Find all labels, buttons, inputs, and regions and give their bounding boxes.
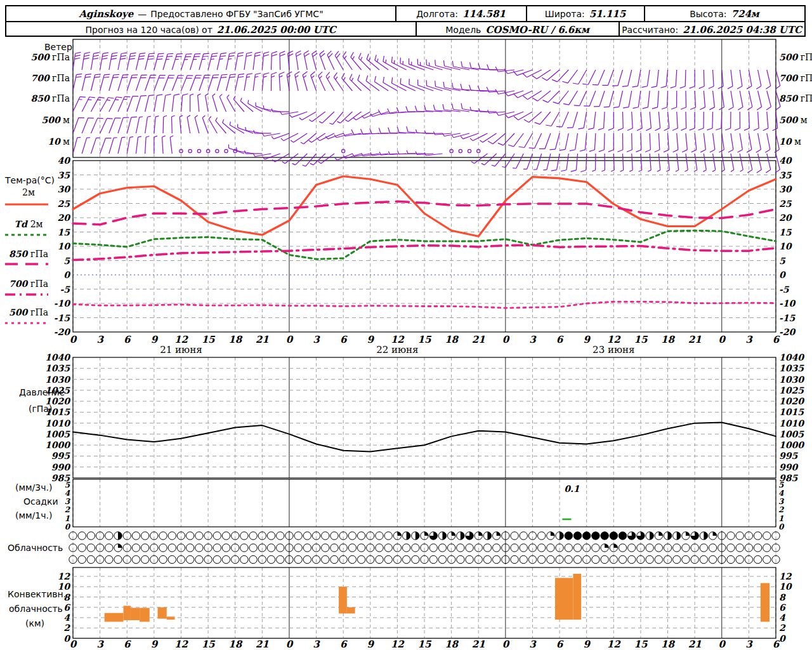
wind-barb-staff [685,70,686,86]
cloud-circle [105,555,113,563]
wind-barb-feather [304,53,310,56]
wind-barb-feather [497,112,499,116]
wind-barb-feather [124,96,130,97]
wind-barb-feather [433,105,435,110]
wind-barb-staff [118,138,122,154]
wind-barb-feather [121,53,127,53]
wind-barb-feather [629,170,632,171]
wind-barb-staff [471,90,487,91]
temp-ytick-right: 0 [779,270,786,280]
cloud-circle-fill [704,532,707,540]
hour-tick-mid: 0 [286,334,294,345]
cloud-circle [682,555,690,563]
wind-barb-feather [443,60,444,66]
wind-barb-staff [514,133,524,147]
cloud-circle [709,555,716,563]
wind-barb-staff [145,96,149,112]
wind-barb-staff [170,137,172,154]
wind-barb-staff [136,96,140,112]
cloud-circle [222,532,230,540]
wind-barb-staff [722,154,725,170]
date-label: 23 июня [593,344,634,355]
temp-ytick-right: 40 [779,156,792,166]
wind-barb-staff [540,112,551,124]
wind-barb-feather [204,53,209,54]
wind-barb-feather [93,58,98,60]
wind-barb-feather [75,55,81,56]
cloud-circle [331,532,338,540]
wind-barb-feather [766,107,771,110]
conv-ytick-right: 0 [779,633,786,644]
precip-ytick-left: 3 [65,497,71,506]
wind-barb-staff [650,154,651,170]
wind-barb-staff [418,85,433,91]
temp-ytick-right: -10 [779,298,796,308]
wind-barb-feather [506,115,508,117]
wind-barb-feather [334,72,337,77]
wind-barb-feather [461,84,462,90]
temp-ytick-right: -15 [779,313,796,323]
wind-barb-staff [527,154,533,169]
wind-barb-feather [75,52,81,53]
wind-barb-feather [187,116,190,117]
temp-ytick-left: 15 [58,227,71,237]
wind-barb-feather [532,76,537,79]
wind-row-label-right: 700 гПа [779,73,812,83]
wind-barb-feather [642,86,648,88]
wind-barb-feather [140,117,143,117]
wind-barb-feather [212,53,218,54]
wind-barb-feather [304,51,309,54]
wind-barb-feather [470,107,471,110]
wind-barb-feather [461,136,463,139]
wind-barb-feather [255,76,258,77]
wind-barb-staff [109,118,115,133]
hour-tick-bottom: 9 [367,639,375,650]
wind-barb-feather [358,53,361,58]
wind-barb-feather [246,127,246,130]
wind-barb-feather [728,150,733,152]
wind-barb-feather [776,107,780,110]
wind-barb-staff [585,133,586,150]
cloud-circle [168,544,176,552]
wind-barb-staff [548,91,560,102]
temp-ytick-left: -20 [54,327,71,337]
wind-barb-staff [641,133,641,150]
temp-ytick-right: 30 [779,184,792,194]
wind-barb-feather [502,166,505,167]
cloud-circle [709,544,716,552]
wind-barb-feather [114,74,119,75]
wind-barb-feather [295,72,300,75]
wind-barb-staff [206,95,209,112]
wind-barb-feather [556,126,562,127]
wind-barb-feather [309,140,311,142]
wind-barb-staff [686,91,686,107]
wind-barb-feather [351,78,353,81]
wind-barb-staff [127,117,131,133]
wind-barb-staff [516,154,524,168]
wind-barb-feather [309,120,312,122]
wind-barb-feather [744,128,749,130]
cloud-circle [492,555,500,563]
wind-barb-staff [594,112,596,128]
wind-barb-staff [632,112,633,128]
wind-barb-feather [728,107,733,110]
wind-barb-staff [610,91,614,107]
calm-wind-icon [459,149,462,152]
wind-barb-feather [738,150,743,152]
wind-barb-feather [139,56,145,56]
calm-wind-icon [197,149,200,152]
cloud-circle [438,544,446,552]
pressure-ytick-left: 1010 [45,418,70,428]
meteogram-chart: -20-20-15-15-10-10-5-5005510101515202025… [0,0,812,650]
wind-barb-feather [317,138,320,141]
cloud-circle [736,555,743,563]
cloud-circle [754,544,761,552]
hour-tick-mid: 6 [340,334,348,345]
wind-barb-feather [195,116,197,117]
hour-tick-bottom: 18 [661,639,675,650]
precip-ytick-left: 4 [65,489,70,498]
precip-bar [562,519,571,521]
cloud-circle [402,555,410,563]
wind-barb-feather [608,128,613,130]
wind-barb-feather [98,118,103,119]
